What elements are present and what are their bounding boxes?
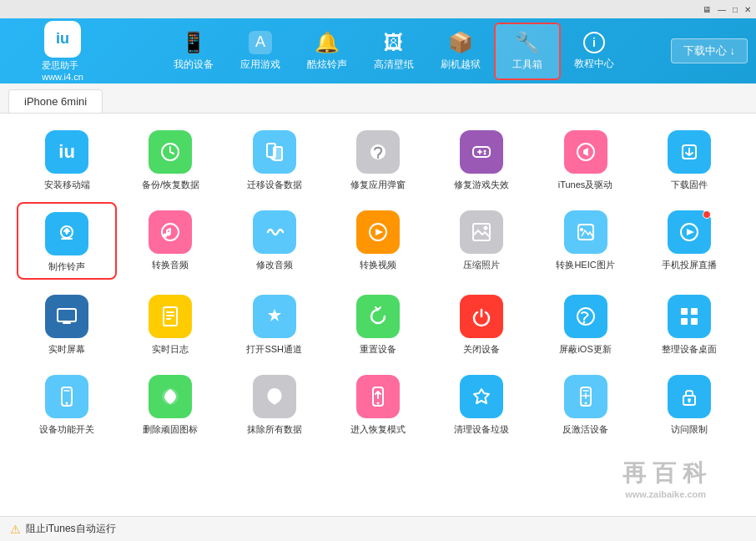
tutorial-icon: i: [583, 32, 605, 53]
convert-heic-icon: [564, 210, 607, 254]
svg-point-15: [484, 226, 488, 230]
tool-remove-icon[interactable]: 删除顽固图标: [120, 367, 220, 440]
header-right: 下载中心 ↓: [671, 38, 748, 63]
tool-fix-popup[interactable]: 修复应用弹窗: [328, 122, 428, 195]
logo-icon: iu: [44, 21, 81, 58]
tool-realtime-screen[interactable]: 实时屏幕: [17, 286, 117, 360]
svg-point-34: [584, 402, 587, 404]
realtime-log-icon: [149, 295, 192, 338]
remove-icon-icon: [149, 375, 192, 418]
tool-screen-cast[interactable]: 手机投屏直播: [639, 202, 739, 279]
tool-clean-junk[interactable]: 清理设备垃圾: [431, 367, 532, 440]
tool-convert-audio[interactable]: 转换音频: [120, 202, 220, 279]
tool-anti-activation[interactable]: 反激活设备: [535, 367, 635, 440]
svg-rect-24: [681, 308, 688, 315]
convert-video-icon: [356, 210, 400, 254]
tool-grid: iu 安装移动端 备份/恢复数据 迁移设备数据 修复应用弹窗: [17, 122, 739, 440]
tool-update-ios[interactable]: 屏蔽iOS更新: [535, 286, 635, 360]
status-text: 阻止iTunes自动运行: [26, 522, 116, 536]
download-btn[interactable]: 下载中心 ↓: [671, 38, 748, 63]
nav-item-apps[interactable]: A 应用游戏: [227, 23, 294, 80]
svg-rect-26: [681, 318, 688, 325]
svg-point-5: [484, 153, 486, 155]
apps-icon: A: [249, 31, 272, 54]
wallpaper-icon: 🖼: [384, 31, 404, 54]
tool-itunes-driver[interactable]: iTunes及驱动: [535, 122, 635, 195]
tool-reset-device[interactable]: 重置设备: [328, 286, 428, 360]
svg-point-17: [580, 228, 583, 231]
tool-migrate[interactable]: 迁移设备数据: [224, 122, 325, 195]
status-icon: ⚠: [10, 523, 21, 536]
tool-backup-restore[interactable]: 备份/恢复数据: [120, 122, 220, 195]
logo-char: iu: [56, 30, 69, 48]
access-limit-icon: [668, 375, 711, 418]
tab-iphone6mini[interactable]: iPhone 6mini: [8, 89, 103, 113]
svg-point-32: [376, 402, 379, 404]
svg-rect-20: [58, 309, 76, 321]
tool-power-off[interactable]: 关闭设备: [431, 286, 532, 360]
statusbar: ⚠ 阻止iTunes自动运行: [0, 516, 756, 541]
tool-realtime-log[interactable]: 实时日志: [120, 286, 220, 360]
itunes-driver-icon: [564, 130, 607, 174]
toolbox-icon: 🔧: [515, 31, 540, 54]
tool-recovery-mode[interactable]: 进入恢复模式: [328, 367, 428, 440]
tool-ssh-tunnel[interactable]: 打开SSH通道: [224, 286, 325, 360]
edit-audio-icon: [253, 210, 296, 254]
migrate-icon: [253, 130, 296, 174]
titlebar: 🖥 — □ ✕: [0, 0, 756, 18]
svg-point-11: [167, 232, 171, 236]
svg-point-23: [582, 321, 585, 323]
recovery-mode-icon: [356, 375, 400, 418]
organize-desktop-icon: [668, 295, 711, 338]
svg-rect-25: [691, 308, 698, 315]
titlebar-dash-icon[interactable]: —: [718, 5, 726, 14]
tool-edit-audio[interactable]: 修改音频: [224, 202, 325, 279]
nav-item-tutorial[interactable]: i 教程中心: [561, 23, 627, 80]
screen-cast-icon: [668, 210, 711, 254]
header: iu 爱思助手 www.i4.cn 📱 我的设备 A 应用游戏 🔔 酷炫铃声 🖼…: [0, 18, 756, 83]
main-content: iu 安装移动端 备份/恢复数据 迁移设备数据 修复应用弹窗: [0, 114, 756, 516]
anti-activation-icon: [564, 375, 607, 418]
nav-item-toolbox[interactable]: 🔧 工具箱: [494, 23, 561, 80]
tool-install-app[interactable]: iu 安装移动端: [17, 122, 117, 195]
titlebar-close-icon[interactable]: ✕: [744, 5, 751, 14]
svg-marker-19: [687, 229, 694, 235]
tool-compress-photo[interactable]: 压缩照片: [431, 202, 532, 279]
tool-organize-desktop[interactable]: 整理设备桌面: [639, 286, 739, 360]
tool-device-switch[interactable]: 设备功能开关: [17, 367, 117, 440]
tool-erase-data[interactable]: 抹除所有数据: [224, 367, 325, 440]
svg-point-4: [484, 150, 486, 153]
titlebar-square-icon[interactable]: □: [733, 5, 738, 14]
make-ring-icon: [45, 212, 88, 255]
tool-make-ring[interactable]: 制作铃声: [17, 202, 117, 279]
jailbreak-icon: 📦: [448, 31, 473, 54]
update-ios-icon: [564, 295, 607, 338]
tool-fix-game[interactable]: 修复游戏失效: [431, 122, 532, 195]
nav-item-my-device[interactable]: 📱 我的设备: [160, 23, 227, 80]
titlebar-settings-icon[interactable]: 🖥: [703, 5, 711, 14]
power-off-icon: [460, 295, 503, 338]
ringtone-icon: 🔔: [315, 31, 340, 54]
clean-junk-icon: [460, 375, 503, 418]
reset-device-icon: [356, 295, 400, 338]
logo-area: iu 爱思助手 www.i4.cn: [8, 21, 117, 82]
svg-point-8: [65, 230, 68, 234]
nav-item-ringtone[interactable]: 🔔 酷炫铃声: [294, 23, 360, 80]
realtime-screen-icon: [45, 295, 88, 338]
fix-game-icon: [460, 130, 503, 174]
nav-item-wallpaper[interactable]: 🖼 高清壁纸: [360, 23, 427, 80]
logo-text: 爱思助手 www.i4.cn: [42, 59, 83, 82]
device-switch-icon: [45, 375, 88, 418]
tool-convert-video[interactable]: 转换视频: [328, 202, 428, 279]
download-firm-icon: [668, 130, 711, 174]
tool-access-limit[interactable]: 访问限制: [639, 367, 739, 440]
device-icon: 📱: [181, 31, 206, 54]
erase-data-icon: [253, 375, 296, 418]
tool-convert-heic[interactable]: 转换HEIC图片: [535, 202, 635, 279]
svg-rect-27: [691, 318, 698, 325]
tool-download-firm[interactable]: 下载固件: [639, 122, 739, 195]
nav-item-jailbreak[interactable]: 📦 刷机越狱: [427, 23, 494, 80]
tabbar: iPhone 6mini: [0, 83, 756, 114]
convert-audio-icon: [149, 210, 192, 254]
svg-marker-13: [375, 229, 383, 235]
